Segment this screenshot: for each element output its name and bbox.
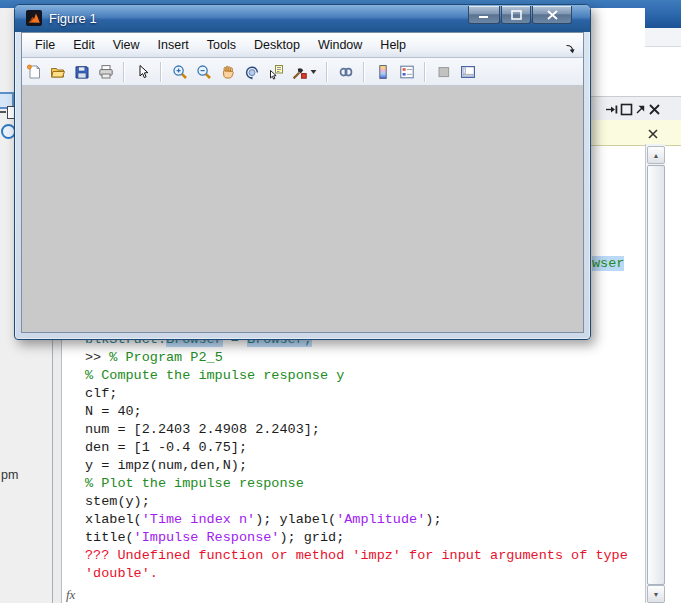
console-browser-fragment: wser <box>592 256 624 271</box>
brush-dropdown-icon[interactable] <box>310 62 317 82</box>
toolbar-separator <box>160 62 162 82</box>
notification-close-icon[interactable] <box>647 126 659 138</box>
zoom-in-button[interactable] <box>171 62 188 82</box>
matlab-logo-icon <box>26 10 42 26</box>
scroll-down-button[interactable]: ▼ <box>647 585 665 603</box>
new-figure-icon <box>26 64 42 80</box>
insert-legend-button[interactable] <box>398 62 415 82</box>
figure-toolbar <box>22 58 583 86</box>
figure-window-body: FileEditViewInsertToolsDesktopWindowHelp <box>21 32 584 333</box>
dock-icon[interactable] <box>605 102 618 115</box>
menu-item-edit[interactable]: Edit <box>64 35 104 55</box>
insert-colorbar-icon <box>375 64 391 80</box>
insert-colorbar-button[interactable] <box>374 62 391 82</box>
toolbar-separator <box>123 62 125 82</box>
show-plot-tools-icon <box>460 64 476 80</box>
save-figure-button[interactable] <box>73 62 90 82</box>
toolbar-separator <box>363 62 365 82</box>
show-plot-tools-button[interactable] <box>459 62 476 82</box>
zoom-out-button[interactable] <box>195 62 212 82</box>
open-file-icon <box>50 64 66 80</box>
open-file-button[interactable] <box>49 62 66 82</box>
brush-data-icon <box>292 64 308 80</box>
menu-item-insert[interactable]: Insert <box>149 35 198 55</box>
minimize-button[interactable] <box>468 6 500 24</box>
rotate-3d-icon <box>244 64 260 80</box>
window-title: Figure 1 <box>49 11 97 26</box>
partial-icon-fragment <box>0 111 6 113</box>
pan-button[interactable] <box>219 62 236 82</box>
edit-plot-arrow-icon <box>135 64 151 80</box>
zoom-in-icon <box>172 64 188 80</box>
print-figure-button[interactable] <box>97 62 114 82</box>
menu-item-window[interactable]: Window <box>309 35 371 55</box>
edit-plot-button[interactable] <box>134 62 151 82</box>
figure-titlebar[interactable]: Figure 1 <box>15 5 590 32</box>
pan-hand-icon <box>220 64 236 80</box>
save-figure-icon <box>74 64 90 80</box>
history-timestamp-fragment: pm <box>1 468 18 482</box>
figure-canvas[interactable] <box>22 86 583 332</box>
insert-legend-icon <box>399 64 415 80</box>
rotate-3d-button[interactable] <box>243 62 260 82</box>
vertical-scrollbar[interactable]: ▲ ▼ <box>645 144 665 603</box>
menu-item-view[interactable]: View <box>104 35 149 55</box>
menubar-collapse-icon[interactable] <box>565 40 575 50</box>
data-cursor-icon <box>268 64 284 80</box>
menu-item-desktop[interactable]: Desktop <box>245 35 309 55</box>
data-cursor-button[interactable] <box>267 62 284 82</box>
link-plots-button[interactable] <box>337 62 354 82</box>
hide-plot-tools-icon <box>436 64 452 80</box>
link-plots-icon <box>338 64 354 80</box>
scroll-up-button[interactable]: ▲ <box>647 146 665 164</box>
close-button[interactable] <box>532 6 572 24</box>
fx-function-hint[interactable]: fx <box>66 587 75 603</box>
scrollbar-thumb[interactable] <box>647 165 665 585</box>
hide-plot-tools-button[interactable] <box>435 62 452 82</box>
new-figure-button[interactable] <box>25 62 42 82</box>
figure-menubar: FileEditViewInsertToolsDesktopWindowHelp <box>22 33 583 58</box>
print-figure-icon <box>98 64 114 80</box>
menu-item-tools[interactable]: Tools <box>198 35 245 55</box>
figure-window[interactable]: Figure 1 FileEditViewInsertToolsDesktopW… <box>14 4 591 340</box>
close-icon[interactable] <box>648 102 661 115</box>
maximize-button[interactable] <box>501 6 531 24</box>
menu-item-help[interactable]: Help <box>371 35 415 55</box>
undock-icon[interactable] <box>634 102 647 115</box>
menu-item-file[interactable]: File <box>26 35 64 55</box>
brush-data-button[interactable] <box>291 62 308 82</box>
toolbar-separator <box>424 62 426 82</box>
zoom-out-icon <box>196 64 212 80</box>
maximize-icon[interactable] <box>620 102 633 115</box>
window-buttons <box>467 6 572 24</box>
toolbar-separator <box>326 62 328 82</box>
screen: ▲ ▼ pm fx blkStruct.Browser = Browser;>>… <box>0 0 681 603</box>
